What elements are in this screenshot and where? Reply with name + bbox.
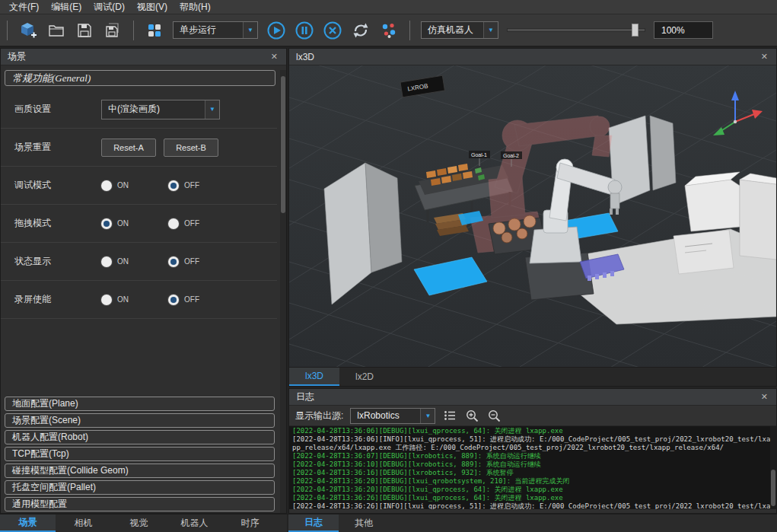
general-group-header[interactable]: 常规功能(General) [5,70,275,86]
zoom-out-icon[interactable] [486,408,502,423]
quality-select[interactable]: 中(渲染画质) ▼ [101,100,220,119]
setting-row-drag-mode: 拖拽模式 ON OFF [1,205,277,243]
setting-row-debug-mode: 调试模式 ON OFF [1,167,277,205]
tab-sequence[interactable]: 时序 [222,514,278,532]
menu-edit[interactable]: 编辑(E) [45,0,88,14]
section-plane[interactable]: 地面配置(Plane) [5,397,275,411]
play-button[interactable] [266,21,286,40]
radio-off-label: OFF [184,295,199,304]
row-label: 录屏使能 [14,293,101,306]
zoom-percent-field[interactable]: 100% [654,21,713,39]
section-common-model[interactable]: 通用模型配置 [5,497,275,511]
drag-off-radio[interactable] [168,218,179,229]
slider-handle[interactable] [632,24,638,37]
robot-select[interactable]: 仿真机器人 ▼ [421,21,498,39]
scrollbar-thumb[interactable] [771,470,775,506]
tab-lx2d[interactable]: lx2D [339,368,390,386]
scene-panel-scrollbar[interactable] [280,70,286,514]
tab-lx3d[interactable]: lx3D [289,368,339,386]
chevron-down-icon: ▼ [420,409,435,423]
log-line: [2022-04-28T13:36:26][DEBUG][lxui_qproce… [292,494,773,502]
status-off-radio[interactable] [168,256,179,267]
bottom-tab-bar: 场景 相机 视觉 机器人 时序 日志 其他 [0,514,777,532]
menu-help[interactable]: 帮助(H) [174,0,217,14]
debug-off-radio[interactable] [168,180,179,191]
section-robot[interactable]: 机器人配置(Robot) [5,430,275,444]
viewport-panel: lx3D ✕ [288,48,777,387]
row-label: 拖拽模式 [14,217,101,230]
quality-value: 中(渲染画质) [102,103,205,116]
close-icon[interactable]: ✕ [759,52,769,62]
setting-row-quality: 画质设置 中(渲染画质) ▼ [1,91,277,129]
tab-log[interactable]: 日志 [288,514,339,532]
section-tcp[interactable]: TCP配置(Tcp) [5,447,275,461]
tab-robot[interactable]: 机器人 [167,514,222,532]
refresh-icon[interactable] [351,21,371,40]
log-scrollbar[interactable] [770,426,776,509]
reset-a-button[interactable]: Reset-A [101,139,156,157]
pause-button[interactable] [295,21,314,40]
zoom-in-icon[interactable] [464,408,479,423]
log-toolbar: 显示输出源: lxRobotics ▼ [289,406,776,426]
menu-file[interactable]: 文件(F) [3,0,45,14]
log-line: [2022-04-28T13:36:26][INFO][lxui_qproces… [292,502,773,509]
log-source-select[interactable]: lxRobotics ▼ [350,408,435,424]
run-mode-select[interactable]: 单步运行 ▼ [173,21,258,39]
tab-vision[interactable]: 视觉 [111,514,167,532]
log-line: [2022-04-28T13:36:10][DEBUG][lxrobotics,… [292,460,773,469]
config-section-list: 地面配置(Plane) 场景配置(Scene) 机器人配置(Robot) TCP… [1,397,279,514]
stop-button[interactable] [323,21,342,40]
robot-select-value: 仿真机器人 [422,24,483,37]
row-label: 画质设置 [14,103,101,116]
viewport-tab-strip: lx3D lx2D [289,367,776,386]
radio-on-label: ON [117,257,129,266]
tab-other[interactable]: 其他 [339,514,389,532]
status-on-radio[interactable] [101,256,112,267]
radio-off-label: OFF [184,219,199,228]
radio-on-label: ON [117,295,129,304]
left-tab-group: 场景 相机 视觉 机器人 时序 [0,514,287,532]
section-collide-geom[interactable]: 碰撞模型配置(Collide Geom) [5,464,275,478]
section-pallet[interactable]: 托盘空间配置(Pallet) [5,480,275,495]
close-icon[interactable]: ✕ [759,392,769,402]
radio-off-label: OFF [184,257,199,266]
chevron-down-icon: ▼ [483,22,498,38]
slider-track [507,28,645,32]
menu-view[interactable]: 视图(V) [131,0,174,14]
reset-b-button[interactable]: Reset-B [164,139,218,157]
record-off-radio[interactable] [168,295,179,305]
close-icon[interactable]: ✕ [269,52,279,62]
log-list-icon[interactable] [442,408,457,423]
row-label: 状态显示 [14,255,101,268]
scrollbar-thumb[interactable] [281,76,285,213]
chevron-down-icon: ▼ [243,22,257,38]
record-on-radio[interactable] [101,295,112,305]
row-label: 场景重置 [14,141,101,154]
tab-scene[interactable]: 场景 [0,514,56,532]
tab-camera[interactable]: 相机 [56,514,111,532]
log-output[interactable]: [2022-04-28T13:36:06][DEBUG][lxui_qproce… [289,426,776,509]
radio-off-label: OFF [184,181,199,190]
toolbar-separator [133,21,134,40]
main-toolbar: 单步运行 ▼ [0,14,777,47]
menu-debug[interactable]: 调试(D) [88,0,131,14]
viewport-3d-canvas[interactable]: LXROB Goal-1 Goal-2 [289,65,776,367]
open-folder-icon[interactable] [46,21,66,40]
radio-on-label: ON [117,181,129,190]
new-scene-icon[interactable] [18,21,38,40]
log-line: [2022-04-28T13:36:20][DEBUG][lxui_qrobot… [292,477,773,486]
debug-on-radio[interactable] [101,180,112,191]
save-all-icon[interactable] [103,21,123,40]
drag-on-radio[interactable] [101,218,112,229]
log-line: [2022-04-28T13:36:07][DEBUG][lxrobotics,… [292,452,773,460]
setting-row-record: 录屏使能 ON OFF [1,281,277,319]
viewport-panel-header: lx3D ✕ [289,49,776,65]
scene-panel-header: 场景 ✕ [1,49,286,65]
components-grid-icon[interactable] [145,21,164,40]
speed-slider[interactable] [507,21,645,39]
color-dots-icon[interactable] [379,21,399,40]
save-icon[interactable] [75,21,94,40]
section-scene[interactable]: 场景配置(Scene) [5,413,275,428]
scene-3d-render: LXROB Goal-1 Goal-2 [289,65,776,367]
scene-panel: 场景 ✕ 常规功能(General) 画质设置 中(渲染画质) ▼ 场景重置 R… [0,48,287,514]
